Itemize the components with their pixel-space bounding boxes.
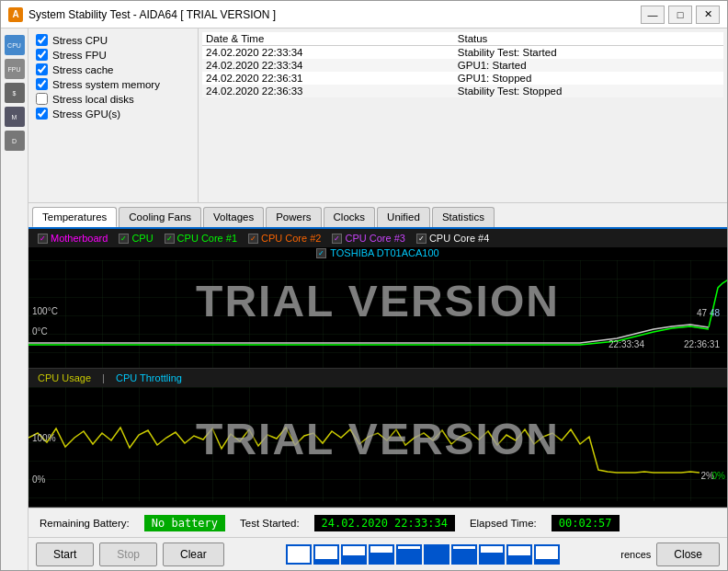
stress-item-gpu: Stress GPU(s) xyxy=(36,108,190,120)
tab-statistics[interactable]: Statistics xyxy=(432,207,495,227)
log-row: 24.02.2020 22:36:31GPU1: Stopped xyxy=(202,72,723,85)
svg-rect-1 xyxy=(28,387,727,502)
log-row: 24.02.2020 22:36:33Stability Test: Stopp… xyxy=(202,85,723,97)
cpu-legend-separator: | xyxy=(102,372,105,383)
test-started-label: Test Started: xyxy=(240,518,300,529)
top-panel: Stress CPU Stress FPU Stress cache Stres… xyxy=(28,29,727,570)
legend-core3: ✓ CPU Core #3 xyxy=(332,233,404,244)
progress-block-8 xyxy=(479,544,505,565)
legend-cpu-label: CPU xyxy=(131,233,153,244)
legend-core4-label: CPU Core #4 xyxy=(429,233,489,244)
log-cell-datetime: 24.02.2020 22:33:34 xyxy=(202,59,454,72)
cpu-usage-chart: CPU Usage | CPU Throttling xyxy=(28,369,727,508)
stress-item-cpu: Stress CPU xyxy=(36,34,190,46)
progress-block-7 xyxy=(451,544,477,565)
tab-temperatures[interactable]: Temperatures xyxy=(32,207,117,227)
charts-area: ✓ Motherboard ✓ CPU ✓ CPU Core #1 ✓ xyxy=(28,229,727,508)
temp-x-label-left: 22:33:34 xyxy=(609,339,644,349)
temp-value-48: 48 xyxy=(710,308,720,318)
battery-value: No battery xyxy=(144,515,225,531)
sidebar-icon-4: M xyxy=(5,107,25,127)
temp-value-47: 47 xyxy=(697,308,707,318)
tab-powers[interactable]: Powers xyxy=(266,207,321,227)
elapsed-value: 00:02:57 xyxy=(552,515,620,531)
progress-block-9 xyxy=(506,544,532,565)
upper-section: Stress CPU Stress FPU Stress cache Stres… xyxy=(28,29,727,203)
close-window-button[interactable]: ✕ xyxy=(696,6,720,24)
bottom-bar: Start Stop Clear rences Close xyxy=(28,537,727,570)
stress-panel: Stress CPU Stress FPU Stress cache Stres… xyxy=(28,29,199,202)
window-controls: — □ ✕ xyxy=(641,6,720,24)
legend-core4: ✓ CPU Core #4 xyxy=(416,233,489,244)
legend-core1-label: CPU Core #1 xyxy=(177,233,237,244)
cpu-chart-legend: CPU Usage | CPU Throttling xyxy=(28,369,727,387)
log-cell-datetime: 24.02.2020 22:33:34 xyxy=(202,46,454,60)
cpu-y-label-top: 100% xyxy=(32,433,56,443)
clear-button[interactable]: Clear xyxy=(163,542,224,566)
legend-toshiba-label: TOSHIBA DT01ACA100 xyxy=(330,247,438,258)
stress-item-fpu: Stress FPU xyxy=(36,49,190,61)
tabs-bar: Temperatures Cooling Fans Voltages Power… xyxy=(28,203,727,229)
minimize-button[interactable]: — xyxy=(641,6,665,24)
cpu-chart-svg xyxy=(28,387,727,502)
legend-toshiba: ✓ TOSHIBA DT01ACA100 xyxy=(316,247,438,258)
stress-cpu-checkbox[interactable] xyxy=(36,34,48,46)
title-bar: A System Stability Test - AIDA64 [ TRIAL… xyxy=(1,1,727,29)
legend-core3-label: CPU Core #3 xyxy=(345,233,404,244)
battery-label: Remaining Battery: xyxy=(40,518,130,529)
svg-rect-0 xyxy=(28,260,727,369)
maximize-button[interactable]: □ xyxy=(668,6,692,24)
progress-block-10 xyxy=(534,544,560,565)
left-sidebar: CPU FPU $ M D xyxy=(1,29,28,570)
test-started-value: 24.02.2020 22:33:34 xyxy=(314,515,455,531)
stress-item-memory: Stress system memory xyxy=(36,78,190,90)
progress-block-1 xyxy=(286,544,312,565)
elapsed-label: Elapsed Time: xyxy=(470,518,537,529)
tab-voltages[interactable]: Voltages xyxy=(203,207,264,227)
cpu-throttling-legend-label: CPU Throttling xyxy=(116,372,182,383)
progress-block-6 xyxy=(424,544,449,565)
legend-core2: ✓ CPU Core #2 xyxy=(248,233,321,244)
temperature-chart: ✓ Motherboard ✓ CPU ✓ CPU Core #1 ✓ xyxy=(28,229,727,369)
stress-memory-label: Stress system memory xyxy=(52,79,160,90)
stress-memory-checkbox[interactable] xyxy=(36,78,48,90)
log-cell-status: Stability Test: Started xyxy=(454,46,723,60)
log-row: 24.02.2020 22:33:34GPU1: Started xyxy=(202,59,723,72)
sidebar-icon-3: $ xyxy=(5,83,25,103)
log-header-datetime: Date & Time xyxy=(202,32,454,46)
close-button[interactable]: Close xyxy=(656,542,720,566)
tab-unified[interactable]: Unified xyxy=(377,207,430,227)
cpu-usage-legend-label: CPU Usage xyxy=(38,372,91,383)
stress-cache-checkbox[interactable] xyxy=(36,63,48,75)
cpu-value-0pct: 0% xyxy=(712,471,725,481)
temp-chart-legend: ✓ Motherboard ✓ CPU ✓ CPU Core #1 ✓ xyxy=(28,229,727,247)
log-cell-datetime: 24.02.2020 22:36:31 xyxy=(202,72,454,85)
stress-disks-checkbox[interactable] xyxy=(36,93,48,105)
log-cell-status: GPU1: Stopped xyxy=(454,72,723,85)
tab-clocks[interactable]: Clocks xyxy=(324,207,376,227)
legend-cpu: ✓ CPU xyxy=(119,233,153,244)
stress-fpu-checkbox[interactable] xyxy=(36,49,48,61)
sidebar-icon-1: CPU xyxy=(5,35,25,55)
stress-cpu-label: Stress CPU xyxy=(52,35,108,46)
legend-motherboard-label: Motherboard xyxy=(51,233,108,244)
temp-x-label-right: 22:36:31 xyxy=(684,339,720,349)
log-cell-datetime: 24.02.2020 22:36:33 xyxy=(202,85,454,97)
progress-block-4 xyxy=(369,544,394,565)
log-panel: Date & Time Status 24.02.2020 22:33:34St… xyxy=(199,29,727,202)
stop-button[interactable]: Stop xyxy=(99,542,157,566)
tab-cooling-fans[interactable]: Cooling Fans xyxy=(119,207,201,227)
log-cell-status: GPU1: Started xyxy=(454,59,723,72)
stress-item-disks: Stress local disks xyxy=(36,93,190,105)
temp-y-label-bottom: 0°C xyxy=(32,326,48,337)
legend-motherboard: ✓ Motherboard xyxy=(38,233,108,244)
legend-core2-label: CPU Core #2 xyxy=(261,233,321,244)
progress-block-3 xyxy=(341,544,367,565)
start-button[interactable]: Start xyxy=(36,542,94,566)
log-header-status: Status xyxy=(454,32,723,46)
stress-fpu-label: Stress FPU xyxy=(52,50,107,61)
cpu-y-label-bottom: 0% xyxy=(32,474,45,485)
main-window: A System Stability Test - AIDA64 [ TRIAL… xyxy=(0,0,728,571)
stress-gpu-checkbox[interactable] xyxy=(36,108,48,120)
progress-block-5 xyxy=(396,544,422,565)
